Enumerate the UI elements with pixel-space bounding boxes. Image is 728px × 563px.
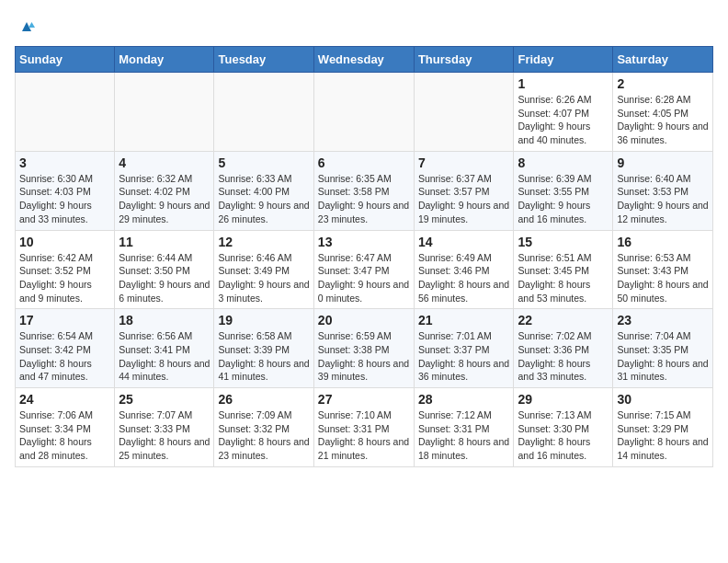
calendar-header-thursday: Thursday — [414, 47, 514, 73]
calendar-header-tuesday: Tuesday — [214, 47, 313, 73]
calendar-cell: 29Sunrise: 7:13 AMSunset: 3:30 PMDayligh… — [514, 388, 613, 467]
calendar-cell: 4Sunrise: 6:32 AMSunset: 4:02 PMDaylight… — [115, 151, 214, 230]
calendar-cell: 1Sunrise: 6:26 AMSunset: 4:07 PMDaylight… — [514, 73, 613, 152]
day-number: 26 — [218, 392, 309, 407]
day-number: 12 — [218, 235, 309, 249]
day-info: Sunrise: 7:02 AMSunset: 3:36 PMDaylight:… — [518, 329, 609, 384]
day-number: 15 — [518, 235, 609, 249]
day-number: 6 — [318, 155, 410, 170]
day-info: Sunrise: 7:04 AMSunset: 3:35 PMDaylight:… — [617, 329, 709, 384]
calendar-cell: 10Sunrise: 6:42 AMSunset: 3:52 PMDayligh… — [16, 230, 115, 309]
day-number: 11 — [119, 235, 210, 249]
day-info: Sunrise: 6:44 AMSunset: 3:50 PMDaylight:… — [119, 251, 210, 305]
day-info: Sunrise: 7:13 AMSunset: 3:30 PMDaylight:… — [518, 408, 609, 463]
day-number: 7 — [418, 155, 510, 170]
day-number: 10 — [19, 235, 110, 249]
calendar-week-4: 24Sunrise: 7:06 AMSunset: 3:34 PMDayligh… — [16, 388, 713, 467]
day-info: Sunrise: 6:40 AMSunset: 3:53 PMDaylight:… — [617, 172, 709, 226]
day-number: 16 — [617, 235, 709, 249]
calendar-cell: 12Sunrise: 6:46 AMSunset: 3:49 PMDayligh… — [214, 230, 313, 309]
day-info: Sunrise: 6:58 AMSunset: 3:39 PMDaylight:… — [218, 329, 309, 384]
calendar-cell — [414, 73, 514, 152]
calendar-header-row: SundayMondayTuesdayWednesdayThursdayFrid… — [16, 47, 713, 73]
day-info: Sunrise: 6:51 AMSunset: 3:45 PMDaylight:… — [518, 251, 609, 305]
svg-marker-1 — [28, 22, 35, 28]
calendar-cell — [115, 73, 214, 152]
calendar-header-saturday: Saturday — [613, 47, 713, 73]
day-number: 30 — [617, 392, 709, 407]
calendar-cell — [214, 73, 313, 152]
calendar-week-1: 3Sunrise: 6:30 AMSunset: 4:03 PMDaylight… — [16, 151, 713, 230]
calendar-cell: 26Sunrise: 7:09 AMSunset: 3:32 PMDayligh… — [214, 388, 313, 467]
day-number: 20 — [318, 313, 410, 327]
day-number: 5 — [218, 155, 309, 170]
day-info: Sunrise: 7:07 AMSunset: 3:33 PMDaylight:… — [119, 408, 210, 463]
day-info: Sunrise: 7:06 AMSunset: 3:34 PMDaylight:… — [19, 408, 110, 463]
logo — [15, 15, 37, 35]
calendar-cell: 11Sunrise: 6:44 AMSunset: 3:50 PMDayligh… — [115, 230, 214, 309]
calendar-cell: 3Sunrise: 6:30 AMSunset: 4:03 PMDaylight… — [16, 151, 115, 230]
calendar-week-2: 10Sunrise: 6:42 AMSunset: 3:52 PMDayligh… — [16, 230, 713, 309]
day-info: Sunrise: 6:59 AMSunset: 3:38 PMDaylight:… — [318, 329, 410, 384]
day-info: Sunrise: 6:49 AMSunset: 3:46 PMDaylight:… — [418, 251, 510, 305]
logo-icon — [17, 15, 37, 35]
calendar-week-0: 1Sunrise: 6:26 AMSunset: 4:07 PMDaylight… — [16, 73, 713, 152]
day-number: 21 — [418, 313, 510, 327]
calendar-cell: 5Sunrise: 6:33 AMSunset: 4:00 PMDaylight… — [214, 151, 313, 230]
calendar-body: 1Sunrise: 6:26 AMSunset: 4:07 PMDaylight… — [16, 73, 713, 467]
calendar-cell: 19Sunrise: 6:58 AMSunset: 3:39 PMDayligh… — [214, 309, 313, 388]
calendar-cell: 30Sunrise: 7:15 AMSunset: 3:29 PMDayligh… — [613, 388, 713, 467]
day-info: Sunrise: 6:32 AMSunset: 4:02 PMDaylight:… — [119, 172, 210, 226]
day-number: 4 — [119, 155, 210, 170]
day-info: Sunrise: 6:30 AMSunset: 4:03 PMDaylight:… — [19, 172, 110, 226]
day-info: Sunrise: 6:28 AMSunset: 4:05 PMDaylight:… — [617, 93, 709, 147]
day-number: 18 — [119, 313, 210, 327]
calendar-cell: 28Sunrise: 7:12 AMSunset: 3:31 PMDayligh… — [414, 388, 514, 467]
day-info: Sunrise: 6:42 AMSunset: 3:52 PMDaylight:… — [19, 251, 110, 305]
day-number: 3 — [19, 155, 110, 170]
calendar-cell: 2Sunrise: 6:28 AMSunset: 4:05 PMDaylight… — [613, 73, 713, 152]
day-info: Sunrise: 7:01 AMSunset: 3:37 PMDaylight:… — [418, 329, 510, 384]
calendar-cell: 18Sunrise: 6:56 AMSunset: 3:41 PMDayligh… — [115, 309, 214, 388]
day-info: Sunrise: 6:53 AMSunset: 3:43 PMDaylight:… — [617, 251, 709, 305]
calendar-cell: 21Sunrise: 7:01 AMSunset: 3:37 PMDayligh… — [414, 309, 514, 388]
day-number: 24 — [19, 392, 110, 407]
day-number: 17 — [19, 313, 110, 327]
calendar-cell: 8Sunrise: 6:39 AMSunset: 3:55 PMDaylight… — [514, 151, 613, 230]
day-number: 9 — [617, 155, 709, 170]
day-number: 13 — [318, 235, 410, 249]
calendar-cell — [313, 73, 414, 152]
calendar-table: SundayMondayTuesdayWednesdayThursdayFrid… — [15, 46, 713, 467]
day-info: Sunrise: 6:35 AMSunset: 3:58 PMDaylight:… — [318, 172, 410, 226]
calendar-cell — [16, 73, 115, 152]
day-number: 2 — [617, 76, 709, 91]
day-info: Sunrise: 6:47 AMSunset: 3:47 PMDaylight:… — [318, 251, 410, 305]
calendar-cell: 27Sunrise: 7:10 AMSunset: 3:31 PMDayligh… — [313, 388, 414, 467]
calendar-cell: 15Sunrise: 6:51 AMSunset: 3:45 PMDayligh… — [514, 230, 613, 309]
calendar-cell: 7Sunrise: 6:37 AMSunset: 3:57 PMDaylight… — [414, 151, 514, 230]
day-info: Sunrise: 6:33 AMSunset: 4:00 PMDaylight:… — [218, 172, 309, 226]
calendar-week-3: 17Sunrise: 6:54 AMSunset: 3:42 PMDayligh… — [16, 309, 713, 388]
day-number: 23 — [617, 313, 709, 327]
calendar-cell: 13Sunrise: 6:47 AMSunset: 3:47 PMDayligh… — [313, 230, 414, 309]
calendar-header-friday: Friday — [514, 47, 613, 73]
calendar-cell: 16Sunrise: 6:53 AMSunset: 3:43 PMDayligh… — [613, 230, 713, 309]
calendar-header-monday: Monday — [115, 47, 214, 73]
day-number: 14 — [418, 235, 510, 249]
calendar-cell: 23Sunrise: 7:04 AMSunset: 3:35 PMDayligh… — [613, 309, 713, 388]
calendar-cell: 20Sunrise: 6:59 AMSunset: 3:38 PMDayligh… — [313, 309, 414, 388]
day-number: 25 — [119, 392, 210, 407]
calendar-cell: 17Sunrise: 6:54 AMSunset: 3:42 PMDayligh… — [16, 309, 115, 388]
calendar-cell: 25Sunrise: 7:07 AMSunset: 3:33 PMDayligh… — [115, 388, 214, 467]
day-info: Sunrise: 6:37 AMSunset: 3:57 PMDaylight:… — [418, 172, 510, 226]
day-number: 28 — [418, 392, 510, 407]
day-info: Sunrise: 7:12 AMSunset: 3:31 PMDaylight:… — [418, 408, 510, 463]
day-info: Sunrise: 7:09 AMSunset: 3:32 PMDaylight:… — [218, 408, 309, 463]
day-info: Sunrise: 6:54 AMSunset: 3:42 PMDaylight:… — [19, 329, 110, 384]
day-info: Sunrise: 6:56 AMSunset: 3:41 PMDaylight:… — [119, 329, 210, 384]
calendar-header-wednesday: Wednesday — [313, 47, 414, 73]
day-number: 29 — [518, 392, 609, 407]
day-number: 19 — [218, 313, 309, 327]
calendar-cell: 14Sunrise: 6:49 AMSunset: 3:46 PMDayligh… — [414, 230, 514, 309]
day-info: Sunrise: 7:10 AMSunset: 3:31 PMDaylight:… — [318, 408, 410, 463]
